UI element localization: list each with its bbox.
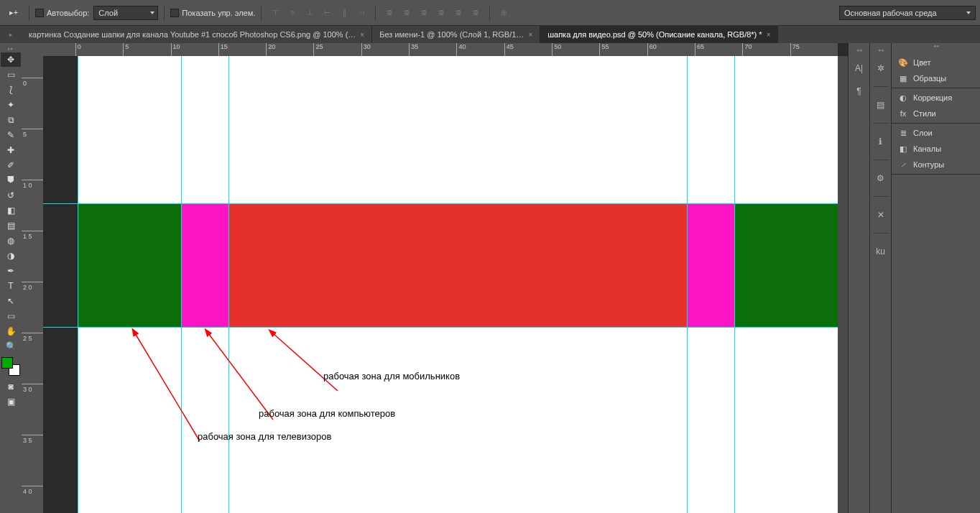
properties-panel-icon[interactable]: ✕	[873, 207, 889, 223]
panel-label: Стили	[913, 109, 936, 118]
distribute-left-icon[interactable]: ≣	[433, 6, 449, 20]
magic-wand-tool-icon[interactable]: ✦	[1, 98, 21, 112]
panel-swatches[interactable]: ▦ Образцы	[892, 70, 980, 86]
vertical-scrollbar[interactable]	[838, 56, 848, 513]
grip-icon[interactable]: ◂◂	[878, 47, 884, 53]
tab-document-1[interactable]: картинка Создание шапки для канала Youtu…	[22, 26, 372, 43]
close-icon[interactable]: ×	[528, 31, 532, 39]
guide-vertical[interactable]	[78, 56, 78, 513]
tab-document-2[interactable]: Без имени-1 @ 100% (Слой 1, RGB/1… ×	[372, 26, 540, 43]
panel-paths[interactable]: ⟋ Контуры	[892, 157, 980, 172]
color-swatches[interactable]	[1, 357, 20, 376]
ruler-vertical[interactable]: 0 5 1 0 1 5 2 0 2 5 3 0 3 5 4 0	[22, 56, 43, 513]
lasso-tool-icon[interactable]: ⟅	[1, 83, 21, 97]
layer-select-value: Слой	[98, 9, 118, 17]
color-panel-icon: 🎨	[897, 57, 909, 68]
document-tabs: ▸ картинка Создание шапки для канала You…	[0, 26, 980, 43]
panel-label: Коррекция	[913, 93, 952, 102]
history-brush-tool-icon[interactable]: ↺	[1, 188, 21, 203]
distribute-bottom-icon[interactable]: ≣	[416, 6, 432, 20]
distribute-top-icon[interactable]: ≣	[382, 6, 397, 20]
pen-tool-icon[interactable]: ✒	[1, 264, 21, 278]
panel-styles[interactable]: fx Стили	[892, 106, 980, 121]
separator	[29, 5, 29, 21]
marquee-tool-icon[interactable]: ▭	[1, 68, 21, 82]
grip-icon[interactable]: ◂◂	[856, 47, 862, 53]
paragraph-panel-icon[interactable]: ¶	[851, 83, 867, 99]
guide-vertical[interactable]	[734, 56, 735, 513]
auto-align-icon[interactable]: ⊞	[496, 6, 512, 20]
actions-panel-icon[interactable]: ⚙	[873, 170, 889, 186]
move-tool-icon[interactable]: ✥	[1, 52, 21, 67]
grip-icon[interactable]: ▸▸	[0, 46, 22, 52]
eraser-tool-icon[interactable]: ◧	[1, 203, 21, 218]
adjustments-panel-icon: ◐	[897, 92, 909, 103]
right-panels: ◂◂ A| ¶ ◂◂ ✲ ▤ ℹ ⚙ ✕ ku ◂◂ 🎨 Цвет	[848, 43, 980, 513]
character-panel-icon[interactable]: A|	[851, 60, 867, 76]
canvas[interactable]: рабочая зона для мобильников рабочая зон…	[43, 56, 838, 513]
eyedropper-tool-icon[interactable]: ✎	[1, 128, 21, 142]
navigator-panel-icon[interactable]: ✲	[873, 60, 889, 76]
shape-tool-icon[interactable]: ▭	[1, 309, 21, 323]
distribute-vcenter-icon[interactable]: ≣	[399, 6, 415, 20]
info-panel-icon[interactable]: ℹ	[873, 134, 889, 149]
crop-tool-icon[interactable]: ⧉	[1, 113, 21, 127]
blur-tool-icon[interactable]: ◍	[1, 234, 21, 248]
panel-adjustments[interactable]: ◐ Коррекция	[892, 90, 980, 106]
document-area: 0 5 10 15 20 25 30 35 40 45 50 55 60 65 …	[22, 43, 848, 513]
layer-select[interactable]: Слой	[93, 6, 158, 20]
path-select-tool-icon[interactable]: ↖	[1, 294, 21, 308]
guide-horizontal[interactable]	[43, 203, 838, 204]
screenmode-tool-icon[interactable]: ▣	[1, 394, 21, 409]
panel-layers[interactable]: ≣ Слои	[892, 125, 980, 141]
hand-tool-icon[interactable]: ✋	[1, 324, 21, 338]
svg-line-2	[135, 333, 200, 441]
annotation-mobile: рабочая зона для мобильников	[323, 371, 460, 382]
type-tool-icon[interactable]: T	[1, 279, 21, 293]
workspace-dropdown[interactable]: Основная рабочая среда	[839, 6, 976, 20]
show-controls-checkbox[interactable]: Показать упр. элем.	[170, 9, 255, 17]
kuler-panel-icon[interactable]: ku	[873, 244, 889, 259]
panel-channels[interactable]: ◧ Каналы	[892, 141, 980, 157]
zoom-tool-icon[interactable]: 🔍	[1, 339, 21, 353]
healing-tool-icon[interactable]: ✚	[1, 143, 21, 157]
grip-icon[interactable]: ▸	[0, 26, 22, 43]
align-top-icon[interactable]: ⊤	[267, 6, 283, 20]
align-bottom-icon[interactable]: ⊥	[302, 6, 318, 20]
align-right-icon[interactable]: ⊣	[353, 6, 369, 20]
tv-zone-right	[734, 203, 838, 327]
ruler-horizontal[interactable]: 0 5 10 15 20 25 30 35 40 45 50 55 60 65 …	[43, 43, 838, 56]
options-bar: ▸+ Автовыбор: Слой Показать упр. элем. ⊤…	[0, 0, 980, 26]
workspace-label: Основная рабочая среда	[844, 9, 937, 17]
tab-title: шапка для видео.psd @ 50% (Описание кана…	[547, 30, 762, 39]
channels-panel-icon: ◧	[897, 143, 909, 154]
move-tool-indicator-icon: ▸+	[4, 5, 23, 21]
annotation-tv: рабочая зона для телевизоров	[198, 431, 331, 442]
align-vcenter-icon[interactable]: ≡	[285, 6, 300, 20]
histogram-panel-icon[interactable]: ▤	[873, 97, 889, 113]
dodge-tool-icon[interactable]: ◑	[1, 249, 21, 263]
close-icon[interactable]: ×	[767, 31, 771, 39]
guide-vertical[interactable]	[228, 56, 229, 513]
icon-strip-2: ◂◂ ✲ ▤ ℹ ⚙ ✕ ku	[869, 43, 891, 513]
layers-panel-icon: ≣	[897, 127, 909, 139]
distribute-hcenter-icon[interactable]: ≣	[450, 6, 466, 20]
panel-label: Каналы	[913, 144, 941, 153]
distribute-right-icon[interactable]: ≣	[468, 6, 484, 20]
guide-vertical[interactable]	[687, 56, 688, 513]
grip-icon[interactable]: ◂◂	[892, 43, 980, 53]
auto-select-checkbox[interactable]: Автовыбор:	[35, 9, 89, 17]
auto-select-label: Автовыбор:	[47, 9, 89, 17]
align-hcenter-icon[interactable]: ∥	[336, 6, 352, 20]
quickmask-tool-icon[interactable]: ◙	[1, 379, 21, 394]
align-left-icon[interactable]: ⊢	[319, 6, 335, 20]
separator	[164, 5, 165, 21]
panel-color[interactable]: 🎨 Цвет	[892, 55, 980, 70]
close-icon[interactable]: ×	[360, 31, 364, 39]
gradient-tool-icon[interactable]: ▤	[1, 218, 21, 233]
foreground-swatch[interactable]	[1, 357, 13, 369]
brush-tool-icon[interactable]: ✐	[1, 158, 21, 172]
tab-document-3[interactable]: шапка для видео.psd @ 50% (Описание кана…	[540, 26, 778, 43]
stamp-tool-icon[interactable]: ⛊	[1, 173, 21, 188]
icon-strip-1: ◂◂ A| ¶	[848, 43, 869, 513]
